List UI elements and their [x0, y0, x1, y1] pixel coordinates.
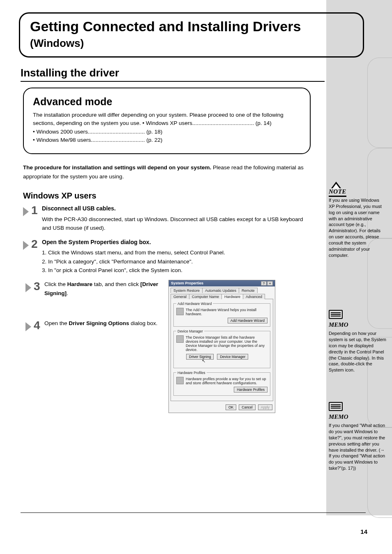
- advanced-mode-title: Advanced mode: [33, 96, 301, 108]
- system-properties-dialog: System Properties ?× System Restore Auto…: [168, 280, 275, 413]
- title-main: Getting Connected and Installing Drivers: [30, 18, 353, 35]
- step-1-text: With the PCR-A30 disconnected, start up …: [42, 215, 311, 233]
- group2-text: The Device Manager lists all the hardwar…: [186, 335, 267, 352]
- help-icon[interactable]: ?: [261, 281, 267, 286]
- step-3-num: 3: [25, 280, 44, 293]
- page-content: Getting Connected and Installing Drivers…: [0, 0, 326, 413]
- step-2-l3: 3. In "or pick a Control Panel icon", cl…: [42, 266, 311, 275]
- memo-icon: [329, 310, 343, 319]
- step-2-num: 2: [23, 238, 42, 251]
- title-box: Getting Connected and Installing Drivers…: [19, 12, 364, 58]
- dialog-titlebar: System Properties ?×: [169, 280, 275, 286]
- group-device-manager: Device Manager The Device Manager lists …: [173, 329, 270, 368]
- hardware-profiles-icon: [176, 377, 184, 384]
- step-2: 2 Open the System Properties dialog box.…: [23, 238, 311, 275]
- step-1-title: Disconnect all USB cables.: [42, 204, 311, 213]
- chevron-right-icon: [25, 283, 31, 292]
- hardware-profiles-button[interactable]: Hardware Profiles: [234, 387, 267, 392]
- dialog-tabs-row2: General Computer Name Hardware Advanced: [169, 293, 275, 299]
- hardware-wizard-icon: [176, 308, 184, 315]
- advanced-mode-text: The installation procedure will differ d…: [33, 111, 301, 144]
- dialog-title-text: System Properties: [171, 281, 203, 285]
- chevron-right-icon: [23, 207, 29, 216]
- memo2-text: If you changed "What action do you want …: [329, 422, 386, 471]
- step-2-body: Open the System Properties dialog box. 1…: [42, 238, 311, 275]
- step-4-body: Open the Driver Signing Options dialog b…: [44, 319, 161, 328]
- step-4-num: 4: [25, 319, 44, 332]
- dialog-window-controls: ?×: [261, 281, 273, 286]
- para-preface-bold: The procedure for installation and setti…: [23, 164, 211, 171]
- group1-text: The Add Hardware Wizard helps you instal…: [186, 308, 267, 316]
- chevron-right-icon: [25, 322, 31, 331]
- ok-button[interactable]: OK: [226, 404, 236, 410]
- group-hardware-profiles: Hardware Profiles Hardware profiles prov…: [173, 371, 270, 396]
- tab-automatic-updates[interactable]: Automatic Updates: [202, 288, 239, 293]
- step-1-num: 1: [23, 204, 42, 217]
- side-memo1-block: MEMO Depending on how your system is set…: [329, 310, 386, 373]
- para-preface: The procedure for installation and setti…: [23, 163, 311, 181]
- group3-text: Hardware profiles provide a way for you …: [186, 377, 267, 385]
- steps-3-4-row: 3 Click the Hardware tab, and then click…: [23, 280, 326, 413]
- legend-hardware-profiles: Hardware Profiles: [176, 371, 207, 375]
- group-add-hardware-wizard: Add Hardware Wizard The Add Hardware Wiz…: [173, 302, 270, 327]
- advanced-mode-box: Advanced mode The installation procedure…: [23, 88, 311, 154]
- tab-computer-name[interactable]: Computer Name: [189, 294, 222, 299]
- note-icon: NOTE: [329, 184, 345, 195]
- note-text: If you are using Windows XP Professional…: [329, 197, 386, 258]
- section-header: Installing the driver: [21, 67, 325, 82]
- side-memo2-block: MEMO If you changed "What action do you …: [329, 402, 386, 471]
- legend-device-manager: Device Manager: [176, 329, 204, 333]
- close-icon[interactable]: ×: [267, 281, 273, 286]
- memo-icon: [329, 402, 343, 411]
- dialog-column: System Properties ?× System Restore Auto…: [168, 280, 275, 413]
- side-note-block: NOTE If you are using Windows XP Profess…: [329, 184, 386, 258]
- device-manager-icon: [176, 335, 184, 343]
- windows-xp-heading: Windows XP users: [23, 189, 311, 202]
- cancel-button[interactable]: Cancel: [239, 404, 255, 410]
- tab-system-restore[interactable]: System Restore: [171, 288, 203, 293]
- bottom-rule: [21, 512, 366, 513]
- step-2-l1: 1. Click the Windows start menu, and fro…: [42, 248, 311, 257]
- chevron-right-icon: [23, 241, 29, 250]
- tab-general[interactable]: General: [171, 294, 189, 299]
- step-1-body: Disconnect all USB cables. With the PCR-…: [42, 204, 311, 233]
- dialog-tabs-row1: System Restore Automatic Updates Remote: [169, 286, 275, 293]
- step-4: 4 Open the Driver Signing Options dialog…: [25, 319, 161, 332]
- tab-advanced[interactable]: Advanced: [243, 294, 265, 299]
- page-number: 14: [360, 528, 367, 535]
- memo2-label: MEMO: [329, 413, 386, 421]
- step-2-l2: 2. In "Pick a category", click "Performa…: [42, 257, 311, 266]
- dialog-body: Add Hardware Wizard The Add Hardware Wiz…: [171, 299, 273, 401]
- apply-button[interactable]: Apply: [258, 404, 272, 410]
- tab-remote[interactable]: Remote: [239, 288, 258, 293]
- side-tab-1: [367, 58, 392, 148]
- add-hardware-wizard-button[interactable]: Add Hardware Wizard: [228, 318, 267, 323]
- step-3: 3 Click the Hardware tab, and then click…: [25, 280, 161, 298]
- step-3-body: Click the Hardware tab, and then click […: [44, 280, 161, 298]
- memo1-label: MEMO: [329, 321, 386, 329]
- legend-add-hardware: Add Hardware Wizard: [176, 302, 213, 306]
- tab-hardware[interactable]: Hardware: [221, 294, 243, 299]
- step-2-title: Open the System Properties dialog box.: [42, 238, 311, 247]
- memo1-text: Depending on how your system is set up, …: [329, 330, 386, 373]
- step-1: 1 Disconnect all USB cables. With the PC…: [23, 204, 311, 233]
- title-sub: (Windows): [30, 37, 353, 50]
- dialog-footer: OK Cancel Apply: [169, 403, 275, 413]
- cursor-icon: ↖: [202, 358, 293, 364]
- note-label: NOTE: [329, 187, 346, 197]
- steps-3-4-left: 3 Click the Hardware tab, and then click…: [23, 280, 163, 413]
